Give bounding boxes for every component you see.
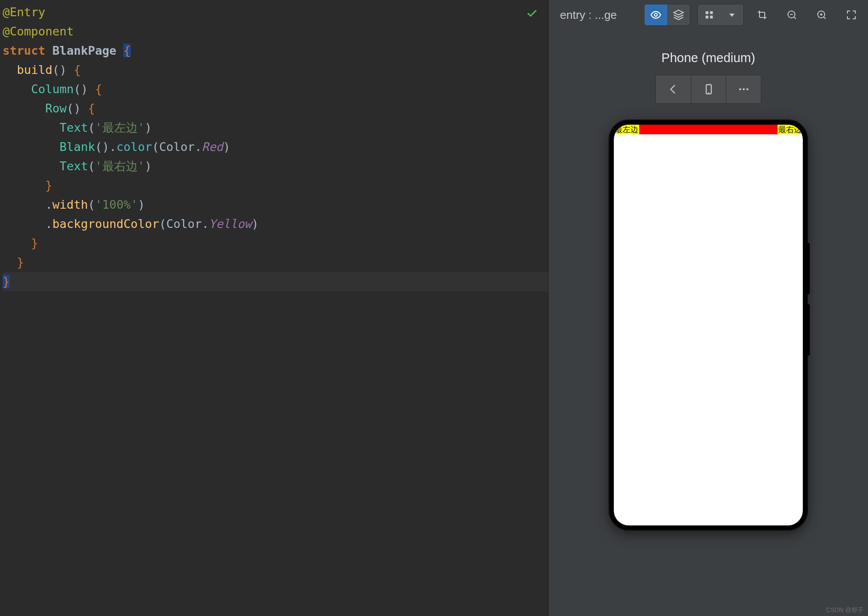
fn-row: Row — [46, 102, 67, 115]
phone-volume-up — [807, 243, 810, 294]
device-label: Phone (medium) — [549, 30, 868, 75]
str-width: '100%' — [95, 198, 138, 211]
phone-volume-down — [807, 304, 810, 356]
svg-point-0 — [654, 14, 658, 17]
svg-marker-6 — [729, 14, 735, 17]
preview-toolbar: entry : ...ge — [549, 0, 868, 30]
const-yellow: Yellow — [209, 217, 252, 231]
class-color-2: Color — [166, 217, 202, 231]
preview-title: entry : ...ge — [554, 8, 637, 22]
code-block[interactable]: @Entry @Component struct BlankPage { bui… — [0, 3, 548, 291]
rotate-button[interactable] — [691, 75, 726, 103]
svg-line-11 — [824, 17, 826, 19]
watermark: CSDN @郑子 — [826, 606, 864, 614]
layout-group — [697, 4, 744, 26]
method-bgcolor: backgroundColor — [52, 217, 159, 231]
preview-row: 最左边 最右边 — [614, 125, 803, 134]
svg-marker-1 — [674, 10, 683, 15]
more-button[interactable] — [726, 75, 761, 103]
struct-name: BlankPage — [52, 44, 124, 57]
fn-build: build — [17, 63, 52, 77]
fn-column: Column — [31, 82, 74, 96]
code-editor[interactable]: @Entry @Component struct BlankPage { bui… — [0, 0, 548, 616]
preview-pane: entry : ...ge — [548, 0, 868, 616]
device-controls — [549, 75, 868, 104]
dropdown-button[interactable] — [721, 4, 743, 25]
grid-view-button[interactable] — [698, 4, 721, 25]
fn-text-1: Text — [60, 121, 88, 134]
svg-point-17 — [742, 88, 745, 91]
fn-text-2: Text — [60, 159, 88, 173]
brace-close-final: } — [3, 275, 10, 288]
svg-rect-3 — [710, 11, 713, 14]
svg-rect-2 — [706, 11, 708, 14]
svg-rect-4 — [706, 16, 708, 18]
zoom-out-button[interactable] — [780, 4, 803, 25]
class-color: Color — [159, 140, 195, 154]
svg-line-8 — [794, 17, 796, 19]
crop-button[interactable] — [751, 4, 774, 25]
toggle-layers-button[interactable] — [667, 4, 690, 25]
back-button[interactable] — [656, 75, 691, 103]
fullscreen-button[interactable] — [840, 4, 863, 25]
annotation-entry: @Entry — [3, 5, 46, 19]
method-width: width — [52, 198, 88, 211]
phone-frame: 最左边 最右边 — [609, 120, 807, 530]
phone-screen[interactable]: 最左边 最右边 — [614, 125, 803, 525]
zoom-in-button[interactable] — [810, 4, 833, 25]
fn-blank: Blank — [60, 140, 95, 154]
brace-open: { — [123, 44, 130, 57]
method-color: color — [116, 140, 152, 154]
analysis-ok-icon — [526, 8, 538, 19]
keyword-struct: struct — [3, 44, 52, 57]
svg-rect-5 — [710, 16, 713, 18]
svg-point-18 — [746, 88, 748, 91]
str-right: '最右边' — [95, 159, 145, 173]
str-left: '最左边' — [95, 121, 145, 134]
svg-point-16 — [739, 88, 741, 91]
row-text-right: 最右边 — [777, 125, 803, 134]
toggle-inspect-button[interactable] — [644, 4, 667, 25]
const-red: Red — [202, 140, 223, 154]
view-mode-group — [644, 4, 690, 26]
row-blank-red — [639, 125, 777, 134]
row-text-left: 最左边 — [614, 125, 639, 134]
annotation-component: @Component — [3, 24, 74, 38]
